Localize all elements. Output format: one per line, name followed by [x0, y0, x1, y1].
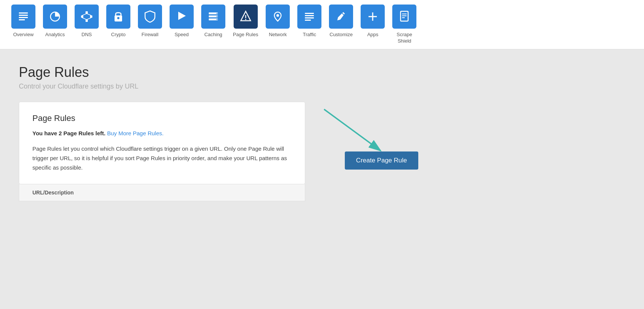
url-description-column: URL/Description — [32, 190, 74, 196]
nav-item-speed[interactable]: Speed — [166, 5, 197, 43]
create-page-rule-button[interactable]: Create Page Rule — [345, 151, 418, 170]
svg-point-24 — [245, 19, 246, 20]
nav-label-apps: Apps — [367, 32, 378, 38]
overview-icon — [11, 5, 35, 29]
buy-more-link[interactable]: Buy More Page Rules. — [107, 130, 164, 136]
nav-label-crypto: Crypto — [111, 32, 125, 38]
analytics-icon — [43, 5, 67, 29]
svg-rect-6 — [81, 15, 83, 18]
svg-marker-15 — [178, 12, 186, 20]
svg-line-38 — [324, 109, 381, 151]
page-content: Page Rules Control your Cloudflare setti… — [0, 49, 644, 213]
nav-item-traffic[interactable]: Traffic — [294, 5, 325, 43]
network-icon — [266, 5, 290, 29]
scrape-shield-icon — [392, 5, 416, 29]
nav-item-firewall[interactable]: Firewall — [134, 5, 166, 43]
nav-label-speed: Speed — [174, 32, 189, 38]
nav-item-overview[interactable]: Overview — [8, 5, 39, 43]
arrow-container: Create Page Rule — [313, 102, 426, 170]
traffic-icon — [297, 5, 321, 29]
card-title: Page Rules — [32, 113, 292, 123]
nav-item-customize[interactable]: Customize — [325, 5, 357, 43]
nav-item-crypto[interactable]: Crypto — [102, 5, 134, 43]
page-subtitle: Control your Cloudflare settings by URL — [19, 83, 625, 90]
svg-point-21 — [217, 19, 218, 20]
card-rules-info: You have 2 Page Rules left. Buy More Pag… — [32, 129, 292, 138]
nav-item-apps[interactable]: Apps — [357, 5, 389, 43]
card-description: Page Rules let you control which Cloudfl… — [32, 144, 292, 172]
svg-point-20 — [217, 16, 218, 17]
svg-rect-26 — [305, 13, 314, 14]
svg-rect-27 — [305, 15, 314, 16]
nav-label-firewall: Firewall — [142, 32, 159, 38]
svg-point-14 — [117, 17, 119, 19]
speed-icon — [170, 5, 194, 29]
nav-label-overview: Overview — [13, 32, 34, 38]
nav-label-analytics: Analytics — [45, 32, 65, 38]
svg-line-10 — [87, 14, 91, 15]
svg-rect-8 — [86, 20, 88, 22]
nav-item-scrape-shield[interactable]: ScrapeShield — [389, 5, 420, 49]
nav-item-page-rules[interactable]: Page Rules — [229, 5, 262, 43]
nav-item-network[interactable]: Network — [262, 5, 294, 43]
svg-rect-0 — [19, 12, 28, 14]
nav-label-network: Network — [269, 32, 287, 38]
svg-rect-3 — [19, 19, 25, 20]
svg-point-25 — [277, 14, 279, 17]
top-navigation: Overview Analytics DNS — [0, 0, 644, 49]
svg-rect-2 — [19, 17, 28, 18]
svg-rect-16 — [209, 12, 218, 14]
svg-rect-5 — [86, 11, 88, 14]
crypto-icon — [106, 5, 130, 29]
nav-label-scrape-shield: ScrapeShield — [397, 32, 412, 44]
nav-label-customize: Customize — [330, 32, 353, 38]
svg-line-9 — [82, 14, 87, 15]
nav-item-dns[interactable]: DNS — [71, 5, 102, 43]
svg-rect-29 — [305, 20, 311, 21]
svg-rect-28 — [305, 17, 314, 18]
main-layout: Page Rules You have 2 Page Rules left. B… — [19, 102, 625, 184]
svg-point-19 — [217, 13, 218, 14]
table-header: URL/Description — [19, 184, 305, 201]
svg-line-12 — [87, 18, 91, 20]
svg-rect-17 — [209, 15, 218, 17]
firewall-icon — [138, 5, 162, 29]
rules-remaining-text: You have 2 Page Rules left. — [32, 130, 106, 136]
page-rules-icon — [234, 5, 258, 29]
svg-rect-18 — [209, 18, 218, 20]
caching-icon — [201, 5, 225, 29]
nav-label-page-rules: Page Rules — [233, 32, 258, 38]
dns-icon — [75, 5, 99, 29]
customize-icon — [329, 5, 353, 29]
nav-item-analytics[interactable]: Analytics — [39, 5, 71, 43]
apps-icon — [361, 5, 385, 29]
nav-label-traffic: Traffic — [303, 32, 316, 38]
svg-line-11 — [82, 18, 87, 20]
nav-label-caching: Caching — [204, 32, 222, 38]
page-rules-card: Page Rules You have 2 Page Rules left. B… — [19, 102, 305, 184]
nav-item-caching[interactable]: Caching — [197, 5, 229, 43]
svg-rect-1 — [19, 15, 28, 16]
right-panel: Create Page Rule — [305, 102, 426, 177]
page-title: Page Rules — [19, 64, 625, 80]
svg-rect-7 — [90, 15, 92, 18]
nav-label-dns: DNS — [81, 32, 92, 38]
